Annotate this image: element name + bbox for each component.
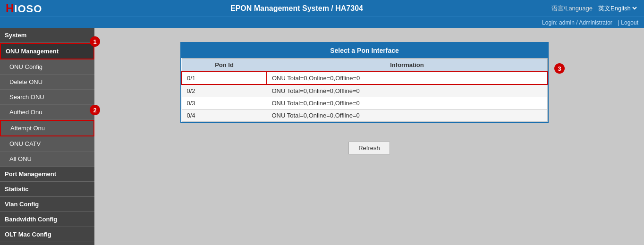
col-pon-id: Pon Id <box>182 59 267 72</box>
language-select[interactable]: 英文English <box>596 4 638 12</box>
sidebar-item-olt-mac-config[interactable]: OLT Mac Config <box>0 227 94 242</box>
pon-table: Pon Id Information 0/1ONU Total=0,Online… <box>181 58 548 122</box>
logo-h: H <box>6 2 14 15</box>
annotation-2: 2 <box>90 105 100 115</box>
header-right: 语言/Language 英文English <box>551 4 638 13</box>
table-row[interactable]: 0/4ONU Total=0,Online=0,Offline=0 <box>182 110 547 122</box>
pon-table-container: Select a Pon Interface Pon Id Informatio… <box>180 42 549 123</box>
sidebar: SystemONU ManagementONU ConfigDelete ONU… <box>0 28 94 245</box>
sidebar-item-statistic[interactable]: Statistic <box>0 182 94 197</box>
table-row[interactable]: 0/1ONU Total=0,Online=0,Offline=0 <box>182 72 547 84</box>
sidebar-item-all-onu[interactable]: All ONU <box>0 152 94 167</box>
language-label: 语言/Language <box>551 4 593 13</box>
sidebar-item-port-management[interactable]: Port Management <box>0 167 94 182</box>
pon-id-cell: 0/1 <box>182 72 267 84</box>
logout-link[interactable]: | Logout <box>618 19 638 26</box>
sidebar-item-onu-management[interactable]: ONU Management <box>0 43 94 59</box>
col-information: Information <box>267 59 547 72</box>
sidebar-item-attempt-onu[interactable]: Attempt Onu <box>0 120 94 136</box>
info-cell: ONU Total=0,Online=0,Offline=0 <box>267 72 547 84</box>
sidebar-item-onu-catv[interactable]: ONU CATV <box>0 136 94 152</box>
sidebar-item-port-aggregration[interactable]: Port Aggregration <box>0 242 94 245</box>
pon-id-cell: 0/2 <box>182 84 267 97</box>
sidebar-item-vlan-config[interactable]: Vlan Config <box>0 197 94 212</box>
table-row[interactable]: 0/3ONU Total=0,Online=0,Offline=0 <box>182 97 547 110</box>
info-cell: ONU Total=0,Online=0,Offline=0 <box>267 84 547 97</box>
content-area: 3 Select a Pon Interface Pon Id Informat… <box>94 28 644 245</box>
header-sub: Login: admin / Administrator | Logout <box>0 17 644 28</box>
sidebar-item-onu-config[interactable]: ONU Config <box>0 59 94 75</box>
pon-table-header: Select a Pon Interface <box>181 43 548 58</box>
sidebar-wrapper: SystemONU ManagementONU ConfigDelete ONU… <box>0 28 94 245</box>
refresh-button[interactable]: Refresh <box>348 142 390 154</box>
sidebar-item-authed-onu[interactable]: Authed Onu <box>0 105 94 120</box>
refresh-container: Refresh <box>180 132 558 154</box>
table-row[interactable]: 0/2ONU Total=0,Online=0,Offline=0 <box>182 84 547 97</box>
pon-id-cell: 0/3 <box>182 97 267 110</box>
sidebar-item-search-onu[interactable]: Search ONU <box>0 90 94 105</box>
sidebar-item-delete-onu[interactable]: Delete ONU <box>0 75 94 90</box>
annotation-1: 1 <box>90 36 100 47</box>
login-info: Login: admin / Administrator <box>542 19 612 26</box>
pon-id-cell: 0/4 <box>182 110 267 122</box>
logo-text: HIOSO <box>6 2 42 15</box>
sidebar-item-system[interactable]: System <box>0 28 94 43</box>
main-layout: SystemONU ManagementONU ConfigDelete ONU… <box>0 28 644 245</box>
sidebar-item-bandwidth-config[interactable]: Bandwidth Config <box>0 212 94 227</box>
content-wrapper: 3 Select a Pon Interface Pon Id Informat… <box>180 37 558 154</box>
info-cell: ONU Total=0,Online=0,Offline=0 <box>267 110 547 122</box>
logo: HIOSO <box>6 2 42 15</box>
annotation-3: 3 <box>554 63 565 74</box>
logo-rest: IOSO <box>14 3 42 15</box>
info-cell: ONU Total=0,Online=0,Offline=0 <box>267 97 547 110</box>
header-title: EPON Management System / HA7304 <box>42 4 551 13</box>
header-top: HIOSO EPON Management System / HA7304 语言… <box>0 0 644 17</box>
